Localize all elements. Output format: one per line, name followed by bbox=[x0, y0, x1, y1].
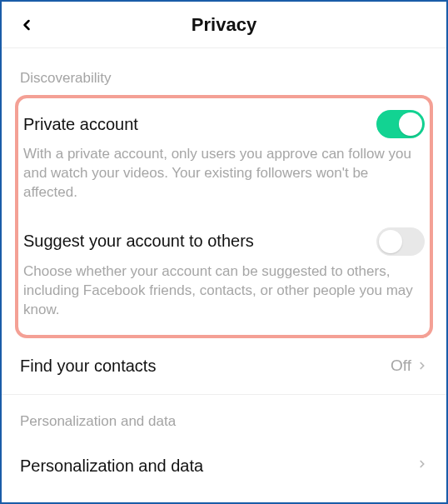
personalization-data-row[interactable]: Personalization and data bbox=[20, 438, 428, 476]
personalization-data-title: Personalization and data bbox=[20, 457, 203, 476]
chevron-left-icon bbox=[18, 17, 35, 33]
private-account-setting: Private account With a private account, … bbox=[23, 110, 425, 202]
private-account-description: With a private account, only users you a… bbox=[23, 145, 425, 202]
suggest-account-title: Suggest your account to others bbox=[23, 232, 254, 251]
suggest-account-description: Choose whether your account can be sugge… bbox=[23, 262, 425, 320]
find-contacts-row[interactable]: Find your contacts Off bbox=[20, 338, 428, 394]
chevron-right-icon bbox=[416, 360, 428, 372]
divider bbox=[2, 394, 446, 395]
suggest-account-toggle[interactable] bbox=[376, 227, 425, 256]
chevron-right-icon bbox=[416, 458, 428, 470]
private-account-toggle[interactable] bbox=[376, 110, 425, 138]
toggle-knob bbox=[379, 230, 402, 253]
find-contacts-value: Off bbox=[391, 357, 411, 375]
section-header-discoverability: Discoverability bbox=[20, 70, 428, 87]
private-account-title: Private account bbox=[23, 115, 138, 134]
highlighted-settings-group: Private account With a private account, … bbox=[15, 95, 433, 338]
find-contacts-title: Find your contacts bbox=[20, 357, 156, 376]
suggest-account-setting: Suggest your account to others Choose wh… bbox=[23, 227, 425, 320]
toggle-knob bbox=[399, 112, 422, 136]
back-button[interactable] bbox=[13, 12, 40, 38]
header: Privacy bbox=[2, 2, 446, 48]
page-title: Privacy bbox=[2, 14, 446, 36]
section-header-personalization: Personalization and data bbox=[20, 413, 428, 430]
